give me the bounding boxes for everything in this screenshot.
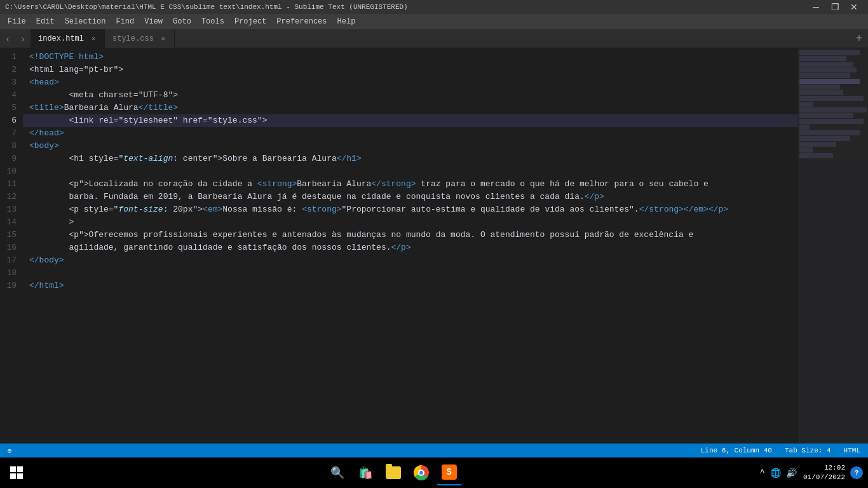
network-icon[interactable]: 🌐	[769, 466, 782, 480]
code-line-4: <meta charset="UTF-8">	[23, 89, 798, 102]
editor-area: 12345678910111213141516171819 <!DOCTYPE …	[0, 48, 868, 444]
search-taskbar-icon: 🔍	[330, 466, 344, 480]
status-right: Line 6, Column 40 Tab Size: 4 HTML	[698, 447, 863, 454]
menu-item-file[interactable]: File	[3, 14, 31, 29]
line-num-10: 10	[4, 165, 17, 178]
title-bar: C:\Users\CAROL\Desktop\material\HTML E C…	[0, 0, 868, 14]
code-line-12: barba. Fundada em 2019, a Barbearia Alur…	[23, 191, 798, 203]
title-bar-controls: ─ ❐ ✕	[807, 1, 863, 13]
code-line-8: <body>	[23, 140, 798, 152]
title-bar-left: C:\Users\CAROL\Desktop\material\HTML E C…	[5, 3, 408, 11]
sublime-icon: S	[442, 464, 457, 480]
line-num-18: 18	[4, 267, 17, 280]
file-explorer-button[interactable]	[381, 460, 406, 485]
line-num-11: 11	[4, 178, 17, 191]
search-taskbar-button[interactable]: 🔍	[325, 460, 350, 485]
minimap	[798, 48, 868, 444]
folder-icon	[386, 466, 401, 479]
menu-bar: FileEditSelectionFindViewGotoToolsProjec…	[0, 14, 868, 29]
syntax-status[interactable]: HTML	[841, 447, 863, 454]
line-numbers: 12345678910111213141516171819	[0, 48, 23, 444]
line-num-19: 19	[4, 280, 17, 292]
line-num-16: 16	[4, 241, 17, 254]
tab-index-label: index.html	[38, 34, 84, 43]
store-taskbar-button[interactable]: 🛍️	[353, 460, 378, 485]
help-button[interactable]: ?	[850, 466, 863, 479]
tab-style-close[interactable]: ✕	[159, 34, 168, 43]
taskbar-center: 🔍 🛍️ S	[28, 460, 759, 485]
tab-prev-button[interactable]: ‹	[0, 29, 15, 48]
windows-logo	[10, 466, 23, 479]
code-line-19: </html>	[23, 280, 798, 292]
code-line-16: agilidade, garantindo qualidade e satisf…	[23, 241, 798, 254]
menu-item-help[interactable]: Help	[332, 14, 361, 29]
line-num-13: 13	[4, 203, 17, 216]
line-num-7: 7	[4, 127, 17, 140]
line-num-9: 9	[4, 152, 17, 165]
line-num-1: 1	[4, 51, 17, 64]
line-num-2: 2	[4, 64, 17, 76]
maximize-button[interactable]: ❐	[826, 1, 844, 13]
title-bar-text: C:\Users\CAROL\Desktop\material\HTML E C…	[5, 3, 408, 11]
tab-style-label: style.css	[112, 34, 154, 43]
taskbar-right: ^ 🌐 🔊 12:02 01/07/2022 ?	[759, 463, 863, 483]
tray-icons: ^ 🌐 🔊	[759, 466, 798, 480]
taskbar-left	[5, 461, 28, 484]
menu-item-find[interactable]: Find	[111, 14, 139, 29]
menu-item-selection[interactable]: Selection	[60, 14, 111, 29]
code-area[interactable]: <!DOCTYPE html><html lang="pt-br"> <head…	[23, 48, 798, 444]
menu-item-project[interactable]: Project	[229, 14, 271, 29]
chrome-button[interactable]	[409, 460, 434, 485]
line-num-12: 12	[4, 191, 17, 203]
status-bar: ⊕ Line 6, Column 40 Tab Size: 4 HTML	[0, 444, 868, 458]
tab-bar: ‹ › index.html ✕ style.css ✕ +	[0, 29, 868, 48]
taskbar: 🔍 🛍️ S ^ 🌐 🔊 12:02 01/07/2022 ?	[0, 458, 868, 488]
line-num-15: 15	[4, 229, 17, 241]
minimize-button[interactable]: ─	[807, 1, 825, 13]
code-line-14: >	[23, 216, 798, 229]
menu-item-view[interactable]: View	[139, 14, 168, 29]
code-line-5: <title>Barbearia Alura</title>	[23, 102, 798, 114]
close-button[interactable]: ✕	[845, 1, 863, 13]
clock[interactable]: 12:02 01/07/2022	[803, 463, 845, 483]
tab-index-close[interactable]: ✕	[89, 34, 98, 43]
clock-date: 01/07/2022	[803, 473, 845, 482]
menu-item-edit[interactable]: Edit	[31, 14, 60, 29]
git-branch-icon[interactable]: ⊕	[5, 447, 15, 455]
new-tab-button[interactable]: +	[850, 29, 868, 48]
code-line-17: </body>	[23, 254, 798, 267]
tab-style-css[interactable]: style.css ✕	[105, 29, 175, 48]
code-line-18	[23, 267, 798, 280]
menu-item-tools[interactable]: Tools	[196, 14, 229, 29]
chrome-icon	[414, 465, 429, 480]
code-line-13: <p style="font-size: 20px"><em>Nossa mis…	[23, 203, 798, 216]
line-num-14: 14	[4, 216, 17, 229]
tab-index-html[interactable]: index.html ✕	[31, 29, 105, 48]
line-num-6: 6	[4, 114, 17, 127]
clock-time: 12:02	[803, 463, 845, 473]
code-line-10	[23, 165, 798, 178]
code-line-1: <!DOCTYPE html>	[23, 51, 798, 64]
volume-icon[interactable]: 🔊	[785, 466, 798, 480]
tab-size-status[interactable]: Tab Size: 4	[782, 447, 834, 454]
line-num-17: 17	[4, 254, 17, 267]
store-icon: 🛍️	[358, 466, 372, 480]
menu-item-goto[interactable]: Goto	[168, 14, 196, 29]
menu-item-preferences[interactable]: Preferences	[271, 14, 332, 29]
code-line-15: <p">Oferecemos profissionais experientes…	[23, 229, 798, 241]
line-column-status[interactable]: Line 6, Column 40	[698, 447, 775, 454]
status-left: ⊕	[5, 447, 698, 455]
start-button[interactable]	[5, 461, 28, 484]
code-line-9: <h1 style="text-align: center">Sobre a B…	[23, 152, 798, 165]
line-num-3: 3	[4, 76, 17, 89]
code-line-7: </head>	[23, 127, 798, 140]
line-num-4: 4	[4, 89, 17, 102]
code-line-11: <p">Localizada no coração da cidade a <s…	[23, 178, 798, 191]
tab-next-button[interactable]: ›	[15, 29, 31, 48]
line-num-8: 8	[4, 140, 17, 152]
line-num-5: 5	[4, 102, 17, 114]
sublime-button[interactable]: S	[437, 460, 462, 485]
code-line-6: <link rel="stylesheet" href="style.css">	[23, 114, 798, 127]
code-line-2: <html lang="pt-br">	[23, 64, 798, 76]
show-hidden-icon[interactable]: ^	[759, 466, 766, 479]
